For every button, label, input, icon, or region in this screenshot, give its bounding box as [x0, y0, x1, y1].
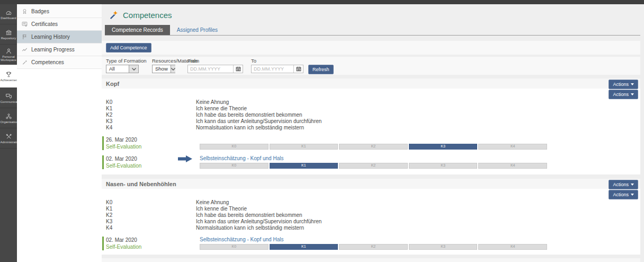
refresh-button[interactable]: Refresh	[308, 65, 334, 74]
scale-segment: K2	[339, 244, 408, 250]
rail-item-label: Organisation	[1, 120, 17, 124]
legend-text: Ich habe das bereits demonstriert bekomm…	[196, 212, 302, 219]
rail-item-personal-workspace[interactable]: Personal Workspace	[0, 45, 17, 65]
chevron-down-icon	[171, 65, 175, 73]
section-header: Kopf	[102, 78, 640, 89]
evaluation-record: 02. Mar 2020 Self-Evaluation Selbsteinsc…	[102, 155, 640, 169]
communication-icon	[5, 93, 12, 100]
rail-item-achievements[interactable]: Achievements	[0, 65, 17, 88]
caret-down-icon	[631, 93, 634, 95]
scale-segment: K3	[409, 244, 478, 250]
actions-button[interactable]: Actions	[609, 90, 638, 99]
tab-assigned-profiles[interactable]: Assigned Profiles	[170, 25, 225, 35]
dashboard-icon	[5, 9, 12, 16]
legend-code: K2	[106, 112, 196, 118]
section-nasen-und-nebenhoehlen: Nasen- und Nebenhöhlen Actions Actions K…	[102, 179, 640, 255]
badge-icon	[22, 8, 28, 14]
legend-text: Ich kenne die Theorie	[196, 206, 247, 212]
scale-segment: K3	[409, 144, 478, 150]
sidebar-item-label: Learning History	[31, 34, 70, 40]
type-of-formation-label: Type of Formation	[106, 58, 149, 64]
scale-segment: K4	[478, 144, 547, 150]
sidebar-item-competences[interactable]: Competences	[17, 56, 102, 69]
resources-materials-label: Resources/Materials	[152, 58, 184, 64]
legend-code: K1	[106, 206, 196, 212]
calendar-icon[interactable]	[233, 65, 243, 73]
flag-icon	[22, 34, 28, 40]
rail-item-administration[interactable]: Administration	[0, 128, 17, 149]
caret-down-icon	[631, 194, 634, 196]
sidebar-item-label: Badges	[31, 8, 49, 14]
to-date-input[interactable]	[252, 65, 293, 73]
rail-item-organisation[interactable]: Organisation	[0, 108, 17, 128]
section-title: Nasen- und Nebenhöhlen	[106, 181, 176, 187]
rail-item-dashboard[interactable]: Dashboard	[0, 4, 17, 24]
scale-segment: K0	[200, 144, 269, 150]
sidebar-item-learning-progress[interactable]: Learning Progress	[17, 43, 102, 56]
actions-button[interactable]: Actions	[609, 180, 638, 189]
legend-code: K0	[106, 199, 196, 206]
sidebar-item-certificates[interactable]: Certificates	[17, 18, 102, 31]
selected-value: Show	[153, 65, 171, 73]
sidebar-item-label: Competences	[31, 59, 64, 65]
from-date-input[interactable]	[188, 65, 233, 73]
magic-wand-icon	[22, 59, 28, 65]
legend-text: Normalsituation kann ich selbständig mei…	[196, 225, 304, 231]
rail-item-label: Dashboard	[1, 16, 16, 20]
record-type: Self-Evaluation	[106, 162, 141, 169]
actions-button[interactable]: Actions	[609, 80, 638, 89]
competence-scale-legend: K0Keine Ahnung K1Ich kenne die Theorie K…	[102, 99, 640, 131]
rail-item-repository[interactable]: Repository	[0, 24, 17, 45]
filter-bar: Type of Formation All Resources/Material…	[102, 57, 640, 75]
actions-button[interactable]: Actions	[609, 190, 638, 199]
add-competence-button[interactable]: Add Competence	[106, 43, 151, 53]
calendar-icon[interactable]	[293, 65, 303, 73]
section-title: Kopf	[106, 81, 119, 87]
record-type: Self-Evaluation	[106, 143, 141, 150]
tab-competence-records[interactable]: Competence Records	[105, 25, 170, 35]
scale-segment: K4	[478, 244, 547, 250]
legend-text: Ich kann das unter Anleitung/Supervision…	[196, 118, 321, 125]
record-date: 02. Mar 2020	[106, 155, 137, 162]
sidebar-item-badges[interactable]: Badges	[17, 5, 102, 18]
page-title: Competences	[123, 11, 172, 20]
scale-segment: K0	[200, 244, 269, 250]
scale-segment: K1	[270, 163, 338, 169]
chevron-down-icon	[129, 65, 138, 73]
competence-scale-bar: K0 K1 K2 K3 K4	[200, 244, 547, 250]
certificate-icon	[22, 21, 28, 27]
competence-scale-bar: K0 K1 K2 K3 K4	[200, 144, 547, 150]
selected-value: All	[106, 65, 118, 73]
type-of-formation-select[interactable]: All	[106, 65, 139, 73]
legend-code: K0	[106, 99, 196, 106]
section-header: Nasen- und Nebenhöhlen	[102, 179, 640, 189]
resources-materials-select[interactable]: Show	[152, 65, 175, 73]
repository-icon	[5, 29, 12, 36]
administration-icon	[5, 133, 12, 140]
scale-segment: K1	[270, 144, 338, 150]
rail-item-label: Communication	[1, 100, 17, 103]
record-date: 02. Mar 2020	[106, 237, 137, 243]
sidebar-item-learning-history[interactable]: Learning History	[17, 31, 102, 43]
toolbar: Add Competence	[102, 41, 640, 55]
legend-text: Ich kann das unter Anleitung/Supervision…	[196, 219, 321, 225]
to-label: To	[251, 58, 305, 64]
record-link[interactable]: Selbsteinschätzung - Kopf und Hals	[200, 237, 283, 242]
legend-text: Ich habe das bereits demonstriert bekomm…	[196, 112, 302, 118]
legend-text: Keine Ahnung	[196, 99, 229, 106]
sub-nav-sidebar: Badges Certificates Learning History Lea…	[17, 4, 102, 262]
rail-item-label: Administration	[1, 141, 17, 144]
sidebar-item-label: Certificates	[31, 21, 58, 27]
magic-wand-icon	[109, 10, 119, 20]
caret-down-icon	[631, 184, 634, 186]
legend-code: K1	[106, 106, 196, 112]
organisation-icon	[5, 113, 12, 120]
record-link[interactable]: Selbsteinschätzung - Kopf und Hals	[200, 155, 283, 161]
personal-workspace-icon	[5, 48, 12, 55]
rail-item-label: Achievements	[1, 78, 17, 82]
rail-item-communication[interactable]: Communication	[0, 88, 17, 108]
tab-bar: Competence Records Assigned Profiles	[105, 25, 640, 36]
legend-code: K3	[106, 219, 196, 225]
main-content: Competences Competence Records Assigned …	[102, 4, 644, 262]
record-date: 26. Mar 2020	[106, 136, 137, 143]
